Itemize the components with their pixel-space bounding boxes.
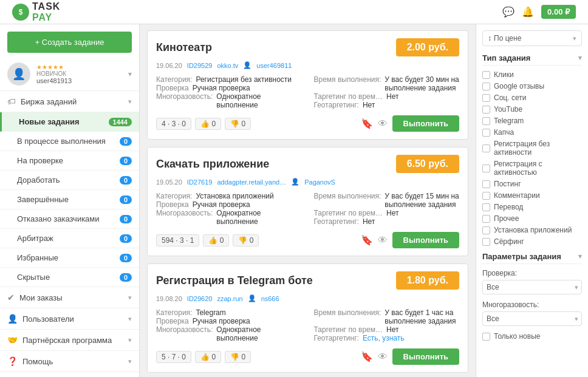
eye-icon-2[interactable]: 👁 <box>378 352 388 362</box>
filter-checkbox-posting[interactable] <box>482 180 490 188</box>
sidebar-section-help[interactable]: ❓ Помощь ▾ <box>0 351 139 372</box>
sidebar-item-review[interactable]: На проверке 0 <box>0 151 139 171</box>
task-card-0: Кинотеатр 2.00 руб. 19.06.20 ID29529 okk… <box>147 30 468 140</box>
task-stats-0: 4 · 3 · 0 👍 0 👎 0 <box>156 118 251 130</box>
task-check-row-0: Проверка Ручная проверка <box>156 84 302 92</box>
filter-item-translation[interactable]: Перевод <box>482 203 582 211</box>
create-task-button[interactable]: + Создать задание <box>7 32 132 53</box>
filter-label-clicks: Клики <box>494 70 514 79</box>
sidebar-item-completed[interactable]: Завершённые 0 <box>0 190 139 209</box>
filter-checkbox-comments[interactable] <box>482 192 490 200</box>
sidebar-item-rework[interactable]: Доработать 0 <box>0 171 139 190</box>
filter-checkbox-captcha[interactable] <box>482 129 490 137</box>
filter-item-comments[interactable]: Комментарии <box>482 191 582 200</box>
sidebar-item-rejected[interactable]: Отказано заказчиками 0 <box>0 209 139 229</box>
filter-checkbox-reg-activity[interactable] <box>482 165 490 172</box>
filter-item-surfing[interactable]: Сёрфинг <box>482 237 582 246</box>
sidebar-item-arbitrage[interactable]: Арбитраж 0 <box>0 229 139 248</box>
sidebar-section-myorders[interactable]: ✔ Мои заказы ▾ <box>0 287 139 308</box>
sort-dropdown[interactable]: ↕ По цене ▾ <box>482 30 582 46</box>
main-layout: + Создать задание 👤 ★★★★★ НОВИЧОК user48… <box>0 24 588 377</box>
filter-item-reg-no-activity[interactable]: Регистрация без активности <box>482 140 582 157</box>
filter-checkbox-install[interactable] <box>482 226 490 234</box>
task-id-0[interactable]: ID29529 <box>187 62 213 69</box>
task-user-2[interactable]: ns666 <box>261 295 279 302</box>
task-date-1: 19.05.20 <box>156 178 182 186</box>
filter-checkbox-google[interactable] <box>482 83 490 90</box>
task-type-label: Тип задания <box>482 53 530 63</box>
task-user-1[interactable]: PaganovS <box>304 178 335 186</box>
filter-item-youtube[interactable]: YouTube <box>482 105 582 114</box>
filter-item-posting[interactable]: Постинг <box>482 180 582 188</box>
task-type-header[interactable]: Тип задания ▾ <box>482 53 582 66</box>
completed-badge: 0 <box>120 195 132 204</box>
user-profile[interactable]: 👤 ★★★★★ НОВИЧОК user481913 ▾ <box>0 58 139 91</box>
task-site-1[interactable]: addagpter.retail.yand… <box>217 178 286 186</box>
bell-icon[interactable]: 🔔 <box>522 6 534 18</box>
multi-filter-select-wrap: Все <box>482 311 582 326</box>
filter-item-clicks[interactable]: Клики <box>482 70 582 79</box>
task-user-0[interactable]: user469811 <box>256 62 292 69</box>
sidebar-item-favorites[interactable]: Избранные 0 <box>0 248 139 268</box>
sidebar-section-users[interactable]: 👤 Пользователи ▾ <box>0 308 139 330</box>
bookmark-icon-2[interactable]: 🔖 <box>361 351 373 362</box>
task-check-row-2: Проверка Ручная проверка <box>156 317 302 325</box>
eye-icon-0[interactable]: 👁 <box>378 118 388 129</box>
multi-filter-select[interactable]: Все <box>482 311 582 326</box>
filter-checkbox-translation[interactable] <box>482 203 490 211</box>
execute-btn-1[interactable]: Выполнить <box>392 232 459 248</box>
task-multi-row-2: Многоразовость: Однократное выполнение <box>156 325 302 342</box>
balance-display[interactable]: 0.00 ₽ <box>541 5 576 19</box>
filter-label-posting: Постинг <box>494 180 521 188</box>
task-likes-0: 👍 0 <box>195 118 221 130</box>
task-site-0[interactable]: okko.tv <box>217 62 238 69</box>
task-actions-2: 🔖 👁 Выполнить <box>361 348 459 365</box>
filter-checkbox-surfing[interactable] <box>482 238 490 246</box>
logo-text: TASKPAY <box>32 1 60 23</box>
check-filter-select[interactable]: Все <box>482 280 582 294</box>
filter-item-social[interactable]: Соц. сети <box>482 93 582 102</box>
execute-btn-2[interactable]: Выполнить <box>392 348 459 365</box>
check-filter-label: Проверка: <box>482 269 582 277</box>
params-label: Параметры задания <box>482 252 561 261</box>
task-stats-1: 594 · 3 · 1 👍 0 👎 0 <box>156 234 259 246</box>
bookmark-icon-1[interactable]: 🔖 <box>361 234 373 246</box>
filter-item-install[interactable]: Установка приложений <box>482 226 582 234</box>
filter-checkbox-other[interactable] <box>482 215 490 223</box>
bookmark-icon-0[interactable]: 🔖 <box>361 118 373 129</box>
task-stat-counts-0: 4 · 3 · 0 <box>156 118 191 130</box>
task-id-2[interactable]: ID29620 <box>187 295 213 302</box>
sidebar-item-in-progress[interactable]: В процессе выполнения 0 <box>0 132 139 151</box>
sort-icon: ↕ По цене <box>488 34 521 42</box>
task-geo-link-2[interactable]: Есть, узнать <box>363 334 405 342</box>
new-only-filter[interactable]: Только новые <box>482 332 582 341</box>
execute-btn-0[interactable]: Выполнить <box>392 115 459 132</box>
arbitrage-label: Арбитраж <box>17 234 120 243</box>
filter-checkbox-clicks[interactable] <box>482 71 490 79</box>
task-time-row-2: Время выполнения: У вас будет 1 час на в… <box>314 308 460 325</box>
params-header[interactable]: Параметры задания ▾ <box>482 252 582 264</box>
sidebar-item-new-tasks[interactable]: Новые задания 1444 <box>0 112 139 132</box>
task-id-1[interactable]: ID27619 <box>187 178 213 186</box>
task-targeting-row-1: Таргетинг по врем… Нет <box>314 209 460 217</box>
filter-checkbox-telegram[interactable] <box>482 117 490 125</box>
filter-item-google[interactable]: Google отзывы <box>482 82 582 90</box>
task-site-2[interactable]: zzap.run <box>217 295 242 302</box>
sidebar-section-exchange[interactable]: 🏷 Биржа заданий ▾ <box>0 91 139 112</box>
filter-checkbox-social[interactable] <box>482 94 490 102</box>
filter-label-youtube: YouTube <box>494 105 522 114</box>
chat-icon[interactable]: 💬 <box>502 6 514 18</box>
filter-item-telegram[interactable]: Telegram <box>482 117 582 125</box>
filter-item-captcha[interactable]: Капча <box>482 128 582 137</box>
new-only-checkbox[interactable] <box>482 333 490 341</box>
avatar: 👤 <box>7 63 30 86</box>
filter-item-reg-activity[interactable]: Регистрация с активностью <box>482 160 582 177</box>
eye-icon-1[interactable]: 👁 <box>378 235 388 246</box>
filter-item-other[interactable]: Прочее <box>482 214 582 223</box>
filter-checkbox-reg-no-activity[interactable] <box>482 144 490 152</box>
filter-checkbox-youtube[interactable] <box>482 106 490 114</box>
new-only-label: Только новые <box>494 332 540 341</box>
sidebar-section-partner[interactable]: 🤝 Партнёрская программа ▾ <box>0 330 139 351</box>
sidebar-item-hidden[interactable]: Скрытые 0 <box>0 268 139 287</box>
review-badge: 0 <box>120 157 132 165</box>
